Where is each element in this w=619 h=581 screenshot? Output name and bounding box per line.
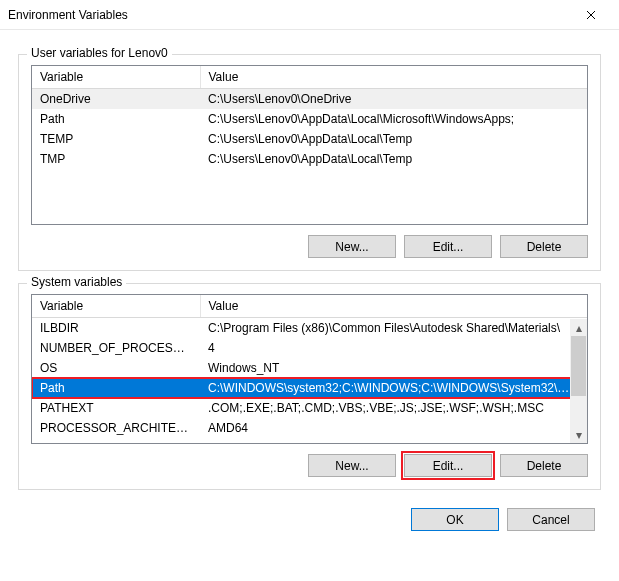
system-cell-value: .COM;.EXE;.BAT;.CMD;.VBS;.VBE;.JS;.JSE;.… xyxy=(200,398,587,418)
user-new-button[interactable]: New... xyxy=(308,235,396,258)
user-delete-button[interactable]: Delete xyxy=(500,235,588,258)
system-row[interactable]: PROCESSOR_ARCHITECTUREAMD64 xyxy=(32,418,587,438)
system-cell-variable: NUMBER_OF_PROCESSORS xyxy=(32,338,200,358)
system-cell-variable: PATHEXT xyxy=(32,398,200,418)
user-cell-value: C:\Users\Lenov0\OneDrive xyxy=(200,89,587,110)
system-cell-value: C:\WINDOWS\system32;C:\WINDOWS;C:\WINDOW… xyxy=(200,378,587,398)
user-cell-variable: Path xyxy=(32,109,200,129)
system-row[interactable]: ILBDIRC:\Program Files (x86)\Common File… xyxy=(32,318,587,339)
system-row[interactable]: OSWindows_NT xyxy=(32,358,587,378)
scroll-thumb[interactable] xyxy=(571,336,586,396)
system-cell-value: AMD64 xyxy=(200,418,587,438)
scroll-track[interactable] xyxy=(570,336,587,426)
scroll-down-icon[interactable]: ▾ xyxy=(570,426,587,443)
user-row[interactable]: TEMPC:\Users\Lenov0\AppData\Local\Temp xyxy=(32,129,587,149)
system-cell-value: Intel64 Family 6 Model 61 Stepping 4, Ge… xyxy=(200,438,587,444)
system-edit-button[interactable]: Edit... xyxy=(404,454,492,477)
user-cell-value: C:\Users\Lenov0\AppData\Local\Temp xyxy=(200,149,587,169)
system-cell-variable: PROCESSOR_IDENTIFIER xyxy=(32,438,200,444)
user-cell-value: C:\Users\Lenov0\AppData\Local\Microsoft\… xyxy=(200,109,587,129)
window-title: Environment Variables xyxy=(8,8,571,22)
user-cell-variable: TMP xyxy=(32,149,200,169)
system-col-variable[interactable]: Variable xyxy=(32,295,200,318)
user-col-variable[interactable]: Variable xyxy=(32,66,200,89)
system-row[interactable]: PROCESSOR_IDENTIFIERIntel64 Family 6 Mod… xyxy=(32,438,587,444)
user-cell-variable: TEMP xyxy=(32,129,200,149)
ok-button[interactable]: OK xyxy=(411,508,499,531)
system-variables-group: System variables Variable Value ILBDIRC:… xyxy=(18,283,601,490)
close-icon xyxy=(586,10,596,20)
system-cell-value: Windows_NT xyxy=(200,358,587,378)
system-cell-variable: ILBDIR xyxy=(32,318,200,339)
user-edit-button[interactable]: Edit... xyxy=(404,235,492,258)
system-cell-value: 4 xyxy=(200,338,587,358)
system-cell-value: C:\Program Files (x86)\Common Files\Auto… xyxy=(200,318,587,339)
system-row[interactable]: NUMBER_OF_PROCESSORS4 xyxy=(32,338,587,358)
system-new-button[interactable]: New... xyxy=(308,454,396,477)
system-row[interactable]: PathC:\WINDOWS\system32;C:\WINDOWS;C:\WI… xyxy=(32,378,587,398)
system-delete-button[interactable]: Delete xyxy=(500,454,588,477)
user-group-label: User variables for Lenov0 xyxy=(27,46,172,60)
close-button[interactable] xyxy=(571,0,611,30)
system-cell-variable: Path xyxy=(32,378,200,398)
dialog-content: User variables for Lenov0 Variable Value… xyxy=(0,30,619,547)
user-variables-table[interactable]: Variable Value OneDriveC:\Users\Lenov0\O… xyxy=(31,65,588,225)
user-cell-variable: OneDrive xyxy=(32,89,200,110)
system-variables-table[interactable]: Variable Value ILBDIRC:\Program Files (x… xyxy=(31,294,588,444)
user-row[interactable]: OneDriveC:\Users\Lenov0\OneDrive xyxy=(32,89,587,110)
scroll-up-icon[interactable]: ▴ xyxy=(570,319,587,336)
titlebar: Environment Variables xyxy=(0,0,619,30)
system-col-value[interactable]: Value xyxy=(200,295,587,318)
user-cell-value: C:\Users\Lenov0\AppData\Local\Temp xyxy=(200,129,587,149)
user-row[interactable]: TMPC:\Users\Lenov0\AppData\Local\Temp xyxy=(32,149,587,169)
system-cell-variable: PROCESSOR_ARCHITECTURE xyxy=(32,418,200,438)
user-button-row: New... Edit... Delete xyxy=(31,235,588,258)
system-button-row: New... Edit... Delete xyxy=(31,454,588,477)
user-row[interactable]: PathC:\Users\Lenov0\AppData\Local\Micros… xyxy=(32,109,587,129)
system-row[interactable]: PATHEXT.COM;.EXE;.BAT;.CMD;.VBS;.VBE;.JS… xyxy=(32,398,587,418)
user-variables-group: User variables for Lenov0 Variable Value… xyxy=(18,54,601,271)
system-cell-variable: OS xyxy=(32,358,200,378)
dialog-footer: OK Cancel xyxy=(18,508,601,531)
cancel-button[interactable]: Cancel xyxy=(507,508,595,531)
user-col-value[interactable]: Value xyxy=(200,66,587,89)
system-scrollbar[interactable]: ▴ ▾ xyxy=(570,319,587,443)
system-group-label: System variables xyxy=(27,275,126,289)
